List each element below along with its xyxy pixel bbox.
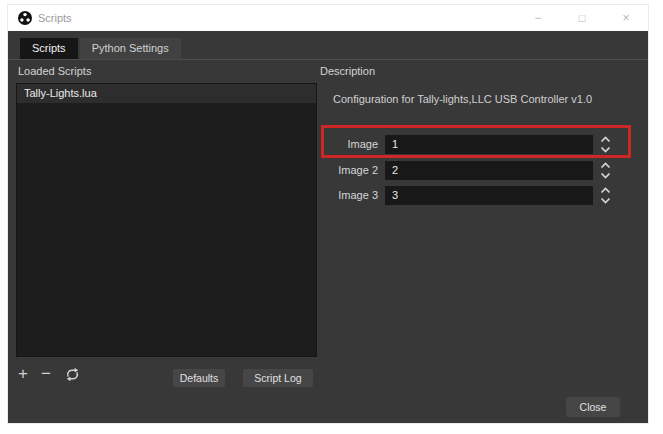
loaded-scripts-list[interactable]: Tally-Lights.lua: [16, 83, 317, 357]
tab-pane-divider: [8, 59, 648, 60]
maximize-button[interactable]: □: [560, 5, 604, 31]
image-3-row: Image 3 3: [329, 186, 631, 205]
close-button[interactable]: Close: [566, 397, 620, 417]
list-item-script[interactable]: Tally-Lights.lua: [17, 84, 316, 103]
remove-script-button[interactable]: −: [41, 364, 51, 384]
tab-scripts[interactable]: Scripts: [20, 38, 78, 59]
image-3-label: Image 3: [329, 186, 378, 205]
reload-icon: [64, 367, 81, 382]
add-script-button[interactable]: +: [18, 364, 28, 384]
window-controls: − □ ×: [516, 5, 648, 31]
window-title: Scripts: [38, 12, 72, 24]
tab-bar: Scripts Python Settings: [20, 38, 181, 59]
loaded-scripts-heading: Loaded Scripts: [18, 65, 91, 77]
defaults-button[interactable]: Defaults: [173, 369, 225, 387]
image-1-row: Image 1: [329, 135, 631, 154]
spin-down-icon[interactable]: [598, 171, 612, 180]
image-1-label: Image: [329, 135, 378, 154]
minimize-button[interactable]: −: [516, 5, 560, 31]
spin-down-icon[interactable]: [598, 196, 612, 205]
script-log-button[interactable]: Script Log: [243, 369, 313, 387]
reload-scripts-button[interactable]: [64, 367, 81, 382]
script-description-text: Configuration for Tally-lights,LLC USB C…: [333, 93, 633, 105]
spin-up-icon[interactable]: [598, 161, 612, 170]
dialog-content: Scripts Python Settings Loaded Scripts D…: [8, 31, 648, 423]
image-1-spinbox[interactable]: 1: [385, 135, 593, 154]
image-3-spin-buttons: [596, 185, 614, 206]
spin-up-icon[interactable]: [598, 186, 612, 195]
titlebar[interactable]: Scripts − □ ×: [8, 5, 648, 31]
scripts-dialog-window: Scripts − □ × Scripts Python Settings Lo…: [8, 5, 648, 423]
tab-python-settings[interactable]: Python Settings: [80, 38, 181, 59]
image-3-spinbox[interactable]: 3: [385, 186, 593, 205]
script-list-toolbar: + −: [18, 364, 81, 384]
image-2-spin-buttons: [596, 160, 614, 181]
obs-logo-icon: [18, 11, 32, 25]
image-1-spin-buttons: [596, 134, 614, 155]
spin-down-icon[interactable]: [598, 145, 612, 154]
image-2-label: Image 2: [329, 161, 378, 180]
close-window-button[interactable]: ×: [604, 5, 648, 31]
image-2-row: Image 2 2: [329, 161, 631, 180]
image-2-spinbox[interactable]: 2: [385, 161, 593, 180]
screenshot-stage: Scripts − □ × Scripts Python Settings Lo…: [0, 0, 663, 434]
spin-up-icon[interactable]: [598, 135, 612, 144]
description-heading: Description: [320, 65, 375, 77]
